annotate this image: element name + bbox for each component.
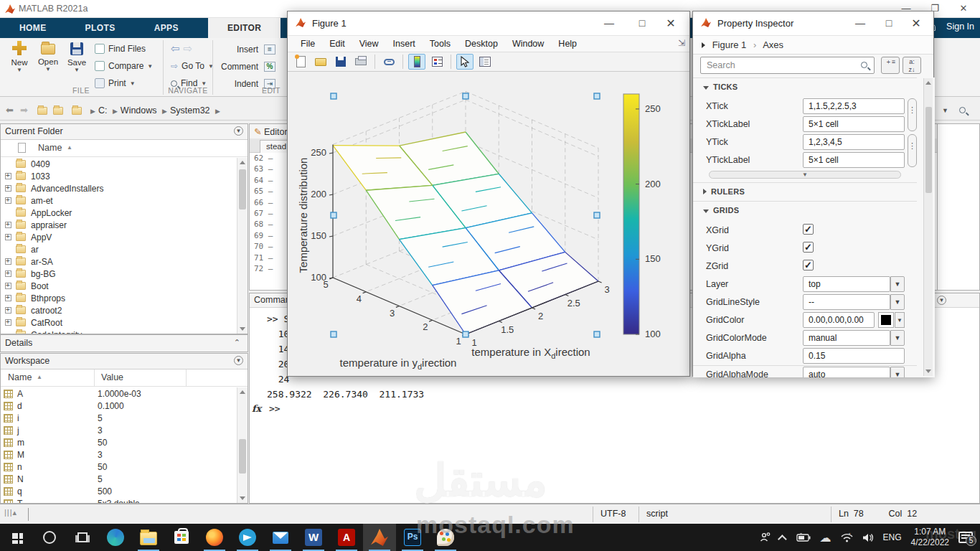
insert-legend-button[interactable]: [428, 54, 446, 70]
zgrid-checkbox[interactable]: ✓: [803, 260, 814, 270]
command-prompt[interactable]: >>: [269, 403, 281, 414]
insert-icon[interactable]: ≡: [264, 44, 275, 55]
folder-row[interactable]: appraiser: [1, 219, 237, 231]
folder-row[interactable]: AppV: [1, 231, 237, 243]
xticklabel-input[interactable]: 5×1 cell: [803, 116, 905, 132]
gridalpha-input[interactable]: 0.15: [803, 348, 905, 364]
tab-home[interactable]: HOME: [0, 18, 66, 38]
workspace-header[interactable]: Workspace ▼: [1, 354, 248, 369]
taskbar-item[interactable]: [0, 524, 33, 551]
workspace-column-header[interactable]: Name ▲ Value: [1, 369, 248, 387]
folder-row[interactable]: AdvancedInstallers: [1, 182, 237, 194]
folder-scrollbar[interactable]: [237, 158, 248, 334]
folder-row[interactable]: bg-BG: [1, 268, 237, 280]
maximize-button[interactable]: □: [628, 11, 656, 35]
back-icon[interactable]: ⬅: [6, 105, 14, 116]
scroll-thumb[interactable]: [239, 169, 246, 209]
folder-row[interactable]: ar: [1, 243, 237, 255]
workspace-row[interactable]: m 50: [1, 436, 237, 448]
workspace-row[interactable]: q 500: [1, 485, 237, 497]
panel-menu-icon[interactable]: ▼: [234, 356, 243, 365]
xtick-input[interactable]: 1,1.5,2,2.5,3: [803, 98, 905, 114]
layer-dropdown[interactable]: top: [803, 276, 890, 292]
expand-icon[interactable]: [5, 173, 11, 179]
open-button[interactable]: Open▼: [34, 41, 62, 85]
scroll-up-icon[interactable]: [240, 161, 245, 164]
volume-icon[interactable]: [862, 533, 874, 542]
new-button[interactable]: New▼: [6, 41, 33, 85]
open-file-button[interactable]: [312, 54, 329, 70]
pi-scrollbar[interactable]: [923, 78, 933, 376]
minimize-button[interactable]: —: [595, 11, 623, 35]
print-figure-button[interactable]: [352, 54, 369, 70]
gridlinestyle-dropdown[interactable]: --: [803, 294, 890, 310]
expand-icon[interactable]: [5, 283, 11, 289]
panel-menu-icon[interactable]: ▼: [937, 296, 946, 305]
close-button[interactable]: ✕: [656, 11, 685, 35]
folder-row[interactable]: AppLocker: [1, 207, 237, 219]
gridcolor-swatch[interactable]: [878, 312, 894, 328]
folder-column-header[interactable]: Name ▲: [1, 140, 248, 157]
layer-dropdown-icon[interactable]: ▼: [890, 276, 905, 292]
workspace-row[interactable]: d 0.1000: [1, 400, 237, 412]
folder-row[interactable]: 1033: [1, 170, 237, 182]
taskbar-item[interactable]: [132, 524, 165, 551]
compare-button[interactable]: Compare▼: [95, 60, 153, 72]
workspace-row[interactable]: M 3: [1, 448, 237, 461]
folder-row[interactable]: Bthprops: [1, 292, 237, 304]
taskbar-item[interactable]: [363, 524, 396, 551]
folder-row[interactable]: catroot2: [1, 304, 237, 316]
taskbar-item[interactable]: [231, 524, 264, 551]
taskbar-item[interactable]: [66, 524, 99, 551]
section-rulers[interactable]: RULERS: [693, 182, 917, 199]
breadcrumb-arrow-icon[interactable]: [702, 42, 705, 48]
battery-icon[interactable]: [796, 533, 811, 542]
workspace-row[interactable]: i 5: [1, 412, 237, 424]
find-files-button[interactable]: Find Files: [95, 42, 146, 55]
dock-arrow-icon[interactable]: ⇲: [678, 38, 685, 48]
property-editor-button[interactable]: [476, 54, 494, 70]
sign-in-link[interactable]: Sign In: [946, 22, 974, 32]
minimize-button[interactable]: —: [846, 11, 875, 35]
expand-icon[interactable]: [5, 197, 11, 204]
folder-row[interactable]: am-et: [1, 194, 237, 207]
menu-item[interactable]: Help: [551, 39, 584, 49]
panel-menu-icon[interactable]: ▼: [234, 126, 243, 136]
breadcrumb[interactable]: ▶C: ▶Windows ▶System32 ▶: [88, 105, 223, 116]
scroll-down-icon[interactable]: [925, 369, 931, 373]
forward-icon[interactable]: ➡: [20, 105, 28, 116]
tab-apps[interactable]: APPS: [135, 18, 198, 38]
folder-row[interactable]: CatRoot: [1, 316, 237, 329]
scroll-down-icon[interactable]: [240, 327, 245, 331]
show-more-expander[interactable]: ▼: [709, 171, 901, 179]
details-bar[interactable]: Details ⌃: [0, 334, 248, 352]
expand-icon[interactable]: [5, 222, 11, 228]
scroll-up-icon[interactable]: [925, 81, 931, 85]
workspace-row[interactable]: j 3: [1, 424, 237, 436]
search-input[interactable]: Search: [700, 57, 875, 74]
tab-editor[interactable]: EDITOR: [208, 18, 281, 38]
gridcolor-dropdown-icon[interactable]: ▼: [895, 312, 905, 328]
expand-icon[interactable]: [5, 258, 11, 265]
folder-row[interactable]: 0409: [1, 158, 237, 170]
breadcrumb-axes[interactable]: Axes: [763, 39, 783, 50]
expand-icon[interactable]: [5, 307, 11, 314]
link-plot-button[interactable]: [380, 54, 397, 70]
menu-item[interactable]: View: [352, 39, 386, 49]
ytick-input[interactable]: 1,2,3,4,5: [803, 134, 905, 150]
menu-item[interactable]: Tools: [423, 39, 458, 49]
section-ticks[interactable]: TICKS: [693, 77, 917, 95]
expand-icon[interactable]: [5, 295, 11, 301]
folder-row[interactable]: ar-SA: [1, 255, 237, 268]
xgrid-checkbox[interactable]: ✓: [803, 224, 814, 235]
edit-plot-button[interactable]: [456, 54, 473, 70]
wifi-icon[interactable]: *: [841, 533, 853, 542]
browse-folder-icon[interactable]: [53, 106, 68, 117]
forward-arrow-icon[interactable]: ⇨: [184, 42, 193, 55]
menu-item[interactable]: Desktop: [458, 39, 505, 49]
menu-item[interactable]: File: [293, 39, 322, 49]
pi-breadcrumb[interactable]: Figure 1 › Axes: [693, 36, 933, 55]
workspace-scrollbar[interactable]: [237, 387, 248, 503]
workspace-row[interactable]: A 1.0000e-03: [1, 387, 237, 400]
taskbar-item[interactable]: A: [330, 524, 363, 551]
